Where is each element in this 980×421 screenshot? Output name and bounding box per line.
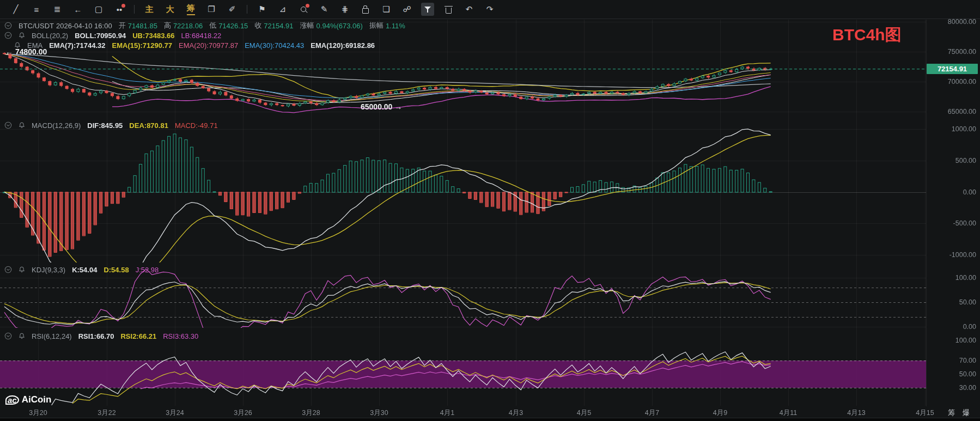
date-axis-label: 4月1 [430, 408, 465, 418]
date-axis-label: 3月20 [21, 408, 56, 418]
macd-axis-label: 500.00 [929, 157, 976, 164]
more-tools-icon[interactable]: •• [113, 3, 126, 16]
alert-bell-icon[interactable] [19, 333, 25, 339]
rsi-axis-label: 70.00 [929, 357, 976, 364]
bookmark-icon[interactable]: ⚑ [255, 3, 269, 16]
date-axis-label: 4月7 [635, 408, 669, 418]
date-axis-label: 4月13 [839, 408, 874, 418]
collapse-chevron-icon[interactable] [4, 121, 12, 129]
ema120-value: EMA(120):69182.86 [311, 41, 375, 50]
macd-dea-value: DEA:870.81 [129, 121, 168, 130]
last-price-badge[interactable]: 72154.91 [927, 64, 978, 74]
indicator-lines-icon[interactable]: ≡ [30, 3, 43, 16]
date-axis-label: 4月11 [771, 408, 806, 418]
amplitude-label: 振幅 [369, 21, 384, 30]
toolbar-separator [134, 5, 135, 14]
boll-ub-value: UB:73483.66 [132, 32, 174, 40]
chips-toggle-button[interactable]: 筹 [948, 408, 955, 418]
alert-bell-icon[interactable] [19, 122, 25, 129]
macd-name: MACD(12,26,9) [32, 121, 81, 130]
rsi-legend-row: RSI(6,12,24) RSI1:66.70 RSI2:66.21 RSI3:… [4, 332, 198, 340]
ema20-value: EMA(20):70977.87 [179, 41, 238, 50]
aicoin-trading-app: ╱≡≣←▢••主大筹❐✐⚑⊿✎⋕❏☍↶↷ BTC/USDT 2026-04-10… [0, 0, 980, 421]
ema30-value: EMA(30):70424.43 [245, 41, 304, 50]
chart-title-watermark: BTC4h图 [832, 24, 902, 46]
ema-legend-row: EMA EMA(7):71744.32 EMA(15):71290.77 EMA… [14, 41, 375, 50]
collapse-chevron-icon[interactable] [4, 266, 12, 273]
zoom-search-icon[interactable] [297, 3, 310, 16]
date-axis-label: 3月26 [226, 408, 260, 418]
alert-bell-icon[interactable] [19, 32, 25, 39]
filter-icon[interactable] [421, 3, 434, 16]
menu-lines-icon[interactable]: ≣ [51, 3, 64, 16]
link-icon[interactable]: ☍ [400, 3, 413, 16]
kdj-legend-row: KDJ(9,3,3) K:54.04 D:54.58 J:52.98 [4, 265, 159, 274]
trash-icon[interactable] [442, 3, 455, 16]
low-price-annotation: 65000.00 → [361, 102, 402, 111]
kdj-j-value: J:52.98 [136, 266, 159, 274]
macd-hist-value: MACD:-49.71 [175, 121, 218, 130]
pattern-icon[interactable]: ⋕ [338, 3, 351, 16]
rsi3-value: RSI3:63.30 [163, 332, 198, 340]
macd-axis-label: -1000.00 [929, 251, 976, 259]
rsi2-value: RSI2:66.21 [120, 332, 156, 340]
collapse-chevron-icon[interactable] [4, 332, 12, 340]
rectangle-tool-icon[interactable]: ▢ [92, 3, 105, 16]
date-axis-label: 4月15 [908, 408, 942, 418]
kdj-axis-label: 100.00 [929, 274, 976, 282]
tab-main[interactable]: 主 [143, 3, 156, 16]
rsi-name: RSI(6,12,24) [32, 332, 72, 340]
undo-icon[interactable]: ↶ [462, 3, 476, 16]
note-edit-icon[interactable]: ❏ [380, 3, 393, 16]
price-axis-label: 75000.00 [929, 48, 976, 56]
collapse-chevron-icon[interactable] [4, 22, 12, 29]
rsi-axis-label: 30.00 [929, 384, 976, 392]
annotate-box-icon[interactable]: ❐ [205, 3, 218, 16]
open-value: 71481.85 [128, 22, 157, 30]
toolbar-separator [247, 5, 247, 14]
date-axis-label: 4月5 [567, 408, 601, 418]
toolbar: ╱≡≣←▢••主大筹❐✐⚑⊿✎⋕❏☍↶↷ [0, 0, 980, 19]
brush-cursor-icon[interactable]: ✐ [226, 3, 239, 16]
open-label: 开 [119, 21, 126, 30]
collapse-chevron-icon[interactable] [4, 32, 12, 39]
macd-dif-value: DIF:845.95 [87, 121, 123, 130]
lock-icon[interactable] [359, 3, 372, 16]
change-value: 0.94%(673.06) [316, 22, 363, 30]
price-axis-label: 80000.00 [929, 18, 976, 26]
trendline-tool-icon[interactable]: ╱ [9, 3, 22, 16]
macd-axis-label: 0.00 [929, 188, 976, 196]
price-axis-label: 70000.00 [929, 78, 976, 86]
macd-axis-label: 1000.00 [929, 125, 976, 133]
low-label: 低 [209, 21, 216, 30]
ema15-value: EMA(15):71290.77 [112, 41, 173, 50]
liquidation-toggle-button[interactable]: 爆 [963, 408, 970, 418]
symbol-pair: BTC/USDT [19, 22, 54, 30]
redo-icon[interactable]: ↷ [483, 3, 496, 16]
low-value: 71426.15 [218, 22, 248, 30]
arrow-tool-icon[interactable]: ← [71, 3, 84, 16]
date-axis-label: 3月22 [89, 408, 124, 418]
boll-mid-value: BOLL:70950.94 [75, 32, 126, 40]
kdj-axis-label: 50.00 [929, 298, 976, 306]
ruler-icon[interactable]: ⊿ [276, 3, 289, 16]
price-axis-label: 65000.00 [929, 108, 976, 115]
chart-canvas[interactable] [0, 0, 980, 421]
boll-legend-row: BOLL(20,2) BOLL:70950.94 UB:73483.66 LB:… [4, 31, 221, 40]
alert-bell-icon[interactable] [19, 266, 25, 273]
logo-mark: ac [5, 395, 19, 405]
date-axis-label: 3月30 [362, 408, 397, 418]
tab-chips[interactable]: 筹 [184, 3, 197, 16]
tab-large[interactable]: 大 [163, 3, 176, 16]
boll-lb-value: LB:68418.22 [181, 32, 221, 40]
macd-legend-row: MACD(12,26,9) DIF:845.95 DEA:870.81 MACD… [4, 121, 218, 130]
logo-text: AiCoin [22, 394, 52, 405]
axis-separator [926, 20, 927, 406]
rsi-axis-label: 50.00 [929, 370, 976, 378]
scrollbar-strip[interactable] [0, 418, 980, 421]
rsi-axis-label: 100.00 [929, 337, 976, 344]
close-value: 72154.91 [264, 22, 293, 30]
high-price-annotation: ← 74800.00 [5, 47, 47, 56]
kdj-name: KDJ(9,3,3) [32, 266, 65, 274]
pen-icon[interactable]: ✎ [318, 3, 331, 16]
